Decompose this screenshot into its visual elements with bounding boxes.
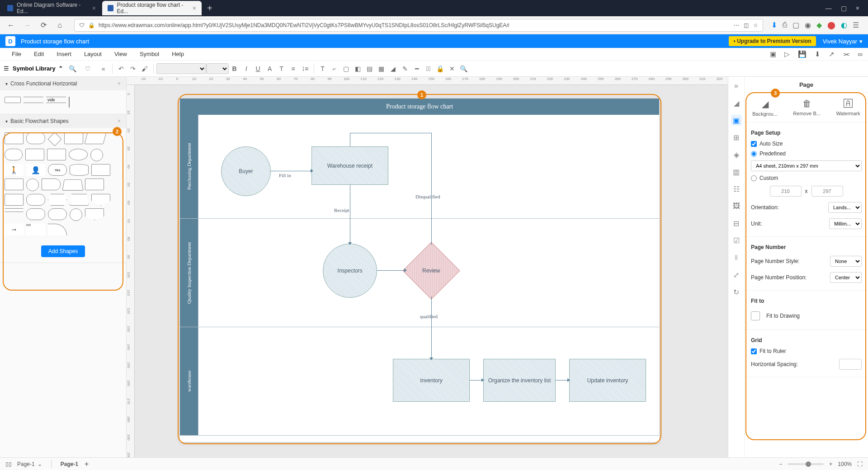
line-spacing-button[interactable]: ⫶≡ (299, 63, 311, 75)
font-color-button[interactable]: A (264, 63, 276, 75)
text-tool-button[interactable]: T (317, 63, 329, 75)
shape-thumb-pent[interactable] (91, 194, 110, 206)
new-tab-button[interactable]: + (203, 3, 217, 14)
close-icon[interactable]: × (118, 118, 121, 124)
task-tab-icon[interactable]: ☑ (731, 235, 742, 246)
line-style-button[interactable]: ━ (411, 63, 423, 75)
page-selector[interactable]: Page-1 ⌄ (17, 461, 42, 467)
orientation-select[interactable]: Lands... (828, 202, 862, 213)
data-tab-icon[interactable]: ☷ (731, 183, 742, 194)
shape-thumb-trap2[interactable] (70, 194, 89, 206)
swimlane-tab-icon[interactable]: ▥ (731, 166, 742, 177)
history-tab-icon[interactable]: ↻ (731, 287, 742, 297)
fit-icon[interactable]: ▣ (770, 50, 776, 58)
shape-thumb-diamond[interactable] (47, 132, 61, 146)
grid-tab-icon[interactable]: ⊞ (731, 132, 742, 143)
back-button[interactable]: ← (5, 19, 17, 32)
menu-help[interactable]: Help (165, 51, 190, 57)
minimize-icon[interactable]: — (826, 5, 832, 12)
unit-select[interactable]: Millim... (829, 218, 862, 229)
shape-thumb-shield[interactable] (85, 208, 104, 220)
distribute-button[interactable]: ▦ (376, 63, 387, 75)
shape-tool2-button[interactable]: ◧ (352, 63, 364, 75)
undo-button[interactable]: ↶ (115, 63, 127, 75)
browser-tab-0[interactable]: Online Diagram Software - Ed... × (2, 1, 101, 15)
lane-label-warehouse[interactable]: warehouse (180, 327, 198, 435)
bookmark-icon[interactable]: ☆ (753, 22, 758, 28)
edit-button[interactable]: ✎⃞ (423, 63, 434, 75)
text-effect-button[interactable]: T (276, 63, 288, 75)
page-nav-icon[interactable]: ▯▯ (5, 461, 12, 467)
font-size-select[interactable] (206, 63, 229, 74)
menu-symbol[interactable]: Symbol (133, 51, 165, 57)
close-icon[interactable]: × (193, 5, 196, 12)
underline-button[interactable]: U (252, 63, 264, 75)
zoom-in-button[interactable]: + (829, 461, 832, 467)
shape-thumb-hex[interactable] (48, 194, 67, 206)
align-button[interactable]: ≡ (288, 63, 299, 75)
add-page-button[interactable]: + (85, 460, 89, 468)
pn-pos-select[interactable]: Center (830, 272, 862, 283)
sync-icon[interactable]: ◉ (805, 21, 811, 29)
line-color-button[interactable]: ✎ (399, 63, 411, 75)
shape-thumb[interactable]: vide (46, 97, 66, 103)
zoom-out-button[interactable]: − (779, 461, 782, 467)
ext1-icon[interactable]: ◆ (816, 21, 822, 29)
custom-width-input[interactable] (770, 186, 802, 197)
ext3-icon[interactable]: ◐ (841, 21, 847, 29)
shape-thumb[interactable] (47, 149, 66, 160)
account-icon[interactable]: ▢ (793, 21, 799, 29)
lib-section-cross-functional[interactable]: ▾ Cross Functional Horizontal × (0, 77, 126, 90)
lock-button[interactable]: 🔒 (434, 63, 446, 75)
shape-thumb-card[interactable] (91, 164, 110, 176)
shape-thumb[interactable] (26, 208, 45, 220)
image-tab-icon[interactable]: 🖼 (731, 201, 742, 212)
shape-thumb[interactable] (26, 194, 45, 206)
url-input[interactable]: 🛡 🔒 https://www.edrawmax.com/online/app.… (74, 19, 763, 32)
tree-tab-icon[interactable]: ⊟ (731, 218, 742, 229)
shape-thumb-circle[interactable] (70, 208, 82, 221)
upgrade-button[interactable]: • Upgrade to Premium Version (729, 36, 816, 46)
app-logo-icon[interactable]: D (5, 36, 15, 46)
save-icon[interactable]: 💾 (798, 50, 807, 58)
format-painter-button[interactable]: 🖌 (139, 63, 151, 75)
align-left-button[interactable]: ▤ (364, 63, 376, 75)
expand-panel-icon[interactable]: » (731, 80, 742, 91)
layers-tab-icon[interactable]: ◈ (731, 149, 742, 160)
fill-button[interactable]: ◢ (387, 63, 399, 75)
expand-tab-icon[interactable]: ⤢ (731, 269, 742, 280)
shape-thumb-wave[interactable] (5, 194, 24, 206)
share-icon[interactable]: ⫘ (843, 50, 849, 58)
italic-button[interactable]: I (241, 63, 252, 75)
menu-file[interactable]: File (5, 51, 28, 57)
shape-buyer[interactable]: Buyer (221, 146, 271, 196)
browser-tab-1[interactable]: Product storage flow chart - Ed... × (102, 1, 202, 15)
shape-thumb-actor[interactable]: 🚶 (5, 164, 24, 176)
shape-thumb[interactable] (42, 179, 61, 190)
shape-thumb-rect[interactable] (5, 132, 24, 144)
shape-thumb-arc[interactable] (48, 224, 67, 235)
shape-organize[interactable]: Organize the inventory list (483, 359, 556, 402)
predefined-size-select[interactable]: A4 sheet, 210mm x 297 mm (751, 160, 862, 171)
shape-thumb[interactable] (5, 179, 24, 190)
zoom-slider[interactable] (788, 463, 824, 465)
shape-thumb[interactable] (69, 97, 70, 108)
shape-review[interactable]: Review (402, 242, 460, 299)
lib-section-basic-flowchart[interactable]: ▾ Basic Flowchart Shapes × (0, 114, 126, 128)
lane-label-quality[interactable]: Quality Inspection Department (180, 219, 198, 327)
menu-insert[interactable]: Insert (50, 51, 78, 57)
fullscreen-button[interactable]: ⛶ (857, 461, 863, 467)
connector-tool-button[interactable]: ⌐ (329, 63, 340, 75)
shape-thumb-yesno[interactable]: Yes (48, 164, 67, 176)
close-window-icon[interactable]: × (856, 5, 859, 12)
more-icon[interactable]: ⋯ (734, 22, 739, 28)
h-spacing-input[interactable] (839, 359, 862, 370)
menu-edit[interactable]: Edit (28, 51, 50, 57)
reader-icon[interactable]: ◫ (744, 22, 749, 28)
shape-thumb-stadium[interactable] (5, 149, 23, 160)
shape-thumb[interactable] (25, 149, 44, 160)
collab-icon[interactable]: ∞ (858, 50, 863, 58)
lane-label-purchasing[interactable]: Purchasing Department (180, 115, 198, 218)
maximize-icon[interactable]: ▢ (841, 5, 847, 12)
list-icon[interactable]: ☰ (4, 65, 9, 72)
